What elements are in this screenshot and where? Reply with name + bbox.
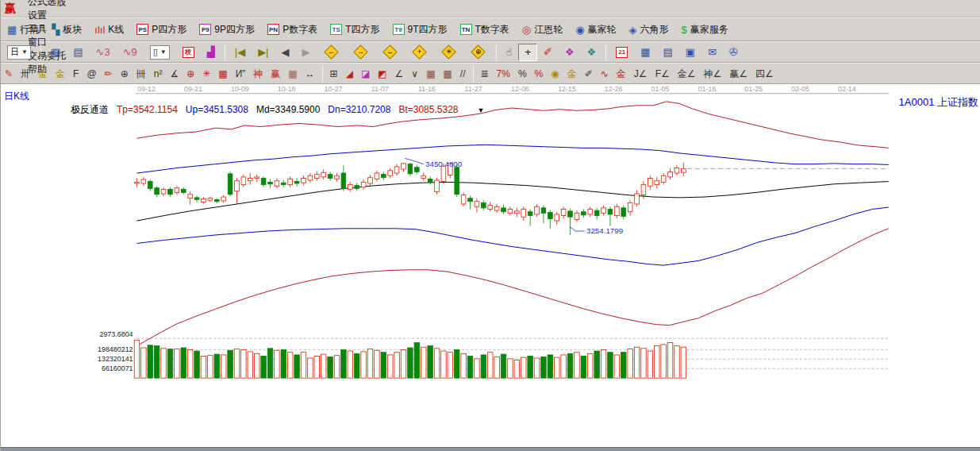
bar-width-tool[interactable]: ↔ [302, 65, 319, 83]
t-table-button[interactable]: TNT数字表 [454, 21, 516, 38]
menu-item-5[interactable]: 设置 [21, 9, 73, 22]
mail-button[interactable]: ✉ [701, 44, 723, 61]
volume-bar [221, 355, 225, 378]
spiral-tool[interactable]: @ [83, 65, 100, 83]
volume-bar [401, 349, 405, 378]
star-target-tool[interactable]: ✳ [198, 65, 214, 83]
first-page-button[interactable]: |◀ [229, 44, 252, 61]
red-pencil-tool[interactable]: ✏ [101, 65, 117, 83]
indicator-dropdown-icon[interactable]: ▼ [478, 106, 485, 114]
p-table-button[interactable]: PNP数字表 [261, 21, 324, 38]
pattern-button[interactable]: ❖ [581, 44, 603, 61]
shen-angle-tool[interactable]: 神∠ [699, 65, 725, 83]
grid-lines-tool[interactable]: 卅 [17, 65, 34, 83]
diamond-shift-right-button[interactable]: → [346, 44, 375, 61]
crosshair-button[interactable]: + [518, 44, 537, 61]
notes-button[interactable]: ▤ [657, 44, 679, 61]
candle [548, 213, 552, 219]
winner-service-button[interactable]: $赢家服务 [675, 21, 735, 38]
prev-page-button[interactable]: ◀ [275, 44, 296, 61]
mirror-angle-tool[interactable]: ∡ [166, 65, 183, 83]
gann-box-tool[interactable]: ⊞ [326, 65, 342, 83]
percent-tool[interactable]: % [514, 65, 531, 83]
n-wave-tool[interactable]: И” [232, 65, 250, 83]
t9-square-button[interactable]: T99T四方形 [386, 21, 454, 38]
gold-grid2-tool[interactable]: 金 [52, 65, 69, 83]
period-select[interactable]: 日▼ [1, 44, 37, 61]
grid-square2-tool[interactable]: ▩ [439, 65, 455, 83]
diamond-full-button[interactable]: ⊕ [463, 44, 493, 61]
fan-rays-tool[interactable]: ◢ [342, 65, 357, 83]
print-button[interactable]: ✇ [723, 44, 744, 61]
toolbar-button-label: 赢家服务 [690, 23, 728, 37]
p-square-button[interactable]: PSP四方形 [130, 21, 193, 38]
circle-target-tool[interactable]: ⊕ [183, 65, 198, 83]
gann-shape-button[interactable]: ❖ [559, 44, 581, 61]
date-tick: 09-21 [184, 85, 202, 93]
save-button[interactable]: ▣ [679, 44, 701, 61]
volume-bar [594, 351, 599, 378]
last-page-button[interactable]: ▶| [252, 44, 275, 61]
wave-3-icon[interactable]: ∿3 [90, 44, 117, 61]
diamond-expand-button[interactable]: ↔ [375, 44, 405, 61]
angle-fan-tool: ∠ [395, 69, 404, 79]
ying-angle-tool[interactable]: 赢∠ [725, 65, 751, 83]
gann-wheel-button[interactable]: ◎江恩轮 [516, 21, 569, 38]
grid-square-tool[interactable]: ▦ [422, 65, 439, 83]
angle-pen-tool[interactable]: ✐ [581, 65, 597, 83]
circle-grid-tool[interactable]: ⊕ [117, 65, 133, 83]
vee-lines-tool[interactable]: ∨ [407, 65, 422, 83]
candle-style-select[interactable]: ▯▼ [144, 44, 176, 61]
wave-fit-tool[interactable]: ∿ [597, 65, 613, 83]
angle-fan-tool[interactable]: ∠ [391, 65, 408, 83]
wave-9-icon[interactable]: ∿9 [117, 44, 144, 61]
fan-box-purple-tool[interactable]: ◪ [357, 65, 374, 83]
calendar-button[interactable]: 21 [609, 44, 634, 61]
gold-angle-tool[interactable]: 金∠ [674, 65, 700, 83]
diamond-star-button[interactable]: ✳ [434, 44, 463, 61]
stock-pick-icon[interactable]: 校 [176, 44, 201, 61]
chart-canvas[interactable]: 09-1209-2110-0910-1810-2711-0711-1611-27… [1, 84, 980, 447]
t-square-button[interactable]: TST四方形 [324, 21, 386, 38]
n-square-tool[interactable]: n² [150, 65, 167, 83]
kline-button[interactable]: ılılK线 [88, 21, 130, 38]
candle [228, 174, 233, 195]
price-ruler-tool[interactable]: ≣ [477, 65, 493, 83]
sectors-button[interactable]: ▚板块 [45, 21, 88, 38]
f-grid-tool[interactable]: F [69, 65, 83, 83]
number-grid-tool[interactable]: ▦ [284, 65, 301, 83]
zone-icon[interactable]: ▧ [44, 44, 67, 61]
quotes-button[interactable]: ▦行情 [1, 21, 45, 38]
percent-slope-tool[interactable]: 7% [493, 65, 514, 83]
pencil-tool[interactable]: ✎ [1, 65, 17, 83]
candle [268, 182, 273, 183]
next-page-button[interactable]: ▶ [296, 44, 317, 61]
hexagon-button[interactable]: ◈六角形 [623, 21, 675, 38]
diamond-shift-left-button[interactable]: ← [317, 44, 346, 61]
gold-underline-tool[interactable]: 金 [613, 65, 630, 83]
angle-measure-button[interactable]: ✐ [537, 44, 559, 61]
gold-circle-tool[interactable]: ◉ [547, 65, 563, 83]
f-angle-tool[interactable]: F∠ [651, 65, 674, 83]
ruler-lines-tool[interactable]: 卌 [133, 65, 150, 83]
menu-item-4[interactable]: 公式选股 [21, 0, 73, 9]
winner-wheel-button[interactable]: ◉赢家轮 [569, 21, 622, 38]
parallel-lines-tool[interactable]: // [456, 65, 470, 83]
shen-grid-tool[interactable]: 神 [249, 65, 267, 83]
gold-line-tool[interactable]: 金 [563, 65, 581, 83]
percent-line-tool[interactable]: % [531, 65, 548, 83]
j-angle-tool[interactable]: J∠ [630, 65, 651, 83]
diamond-compress-button[interactable]: + [405, 44, 434, 61]
gold-grid-tool[interactable]: 金 [34, 65, 52, 83]
p9-square-button[interactable]: P99P四方形 [193, 21, 261, 38]
grid-target-tool[interactable]: ▦ [214, 65, 231, 83]
pan-hand-button[interactable]: ☝ [500, 44, 519, 61]
fan-box-red-tool[interactable]: ◩ [374, 65, 390, 83]
volume-bar [575, 353, 579, 378]
four-angle-tool[interactable]: 四∠ [751, 65, 778, 83]
indicator-value-4: Bt=3085.5328 [398, 104, 458, 115]
ying-grid-tool[interactable]: 赢 [267, 65, 284, 83]
color-chart-icon[interactable]: ▟ [201, 44, 221, 61]
calculator-button[interactable]: ▦ [634, 44, 656, 61]
info-list-icon[interactable]: ▤ [67, 44, 89, 61]
